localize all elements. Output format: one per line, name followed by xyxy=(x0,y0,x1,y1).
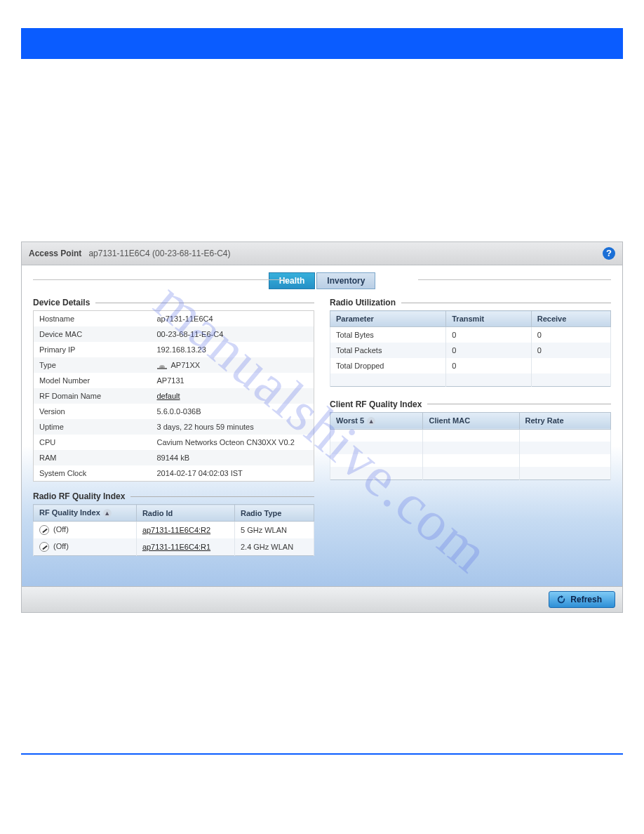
rf-status-cell: (Off) xyxy=(34,522,137,539)
refresh-button[interactable]: Refresh xyxy=(549,591,615,608)
table-row: TypeAP71XX xyxy=(34,357,314,373)
detail-value: 2014-02-17 04:02:03 IST xyxy=(152,465,314,482)
detail-key: System Clock xyxy=(34,465,152,482)
client-rf-title: Client RF Quality Index xyxy=(330,399,427,409)
table-row xyxy=(330,373,611,386)
client-rf-legend: Client RF Quality Index xyxy=(330,399,611,409)
radio-id-cell[interactable]: ap7131-11E6C4:R1 xyxy=(136,538,234,556)
panel-titlebar: Access Point ap7131-11E6C4 (00-23-68-11-… xyxy=(22,242,622,265)
tab-inventory[interactable]: Inventory xyxy=(316,272,375,289)
detail-key: Version xyxy=(34,404,152,419)
param-cell: Total Bytes xyxy=(330,327,446,343)
radio-util-table: Parameter Transmit Receive Total Bytes00… xyxy=(330,310,611,387)
detail-key: RF Domain Name xyxy=(34,388,152,404)
device-details-table: Hostnameap7131-11E6C4Device MAC00-23-68-… xyxy=(33,310,314,482)
param-cell: Total Dropped xyxy=(330,358,446,373)
table-row: Total Bytes00 xyxy=(330,327,611,343)
detail-key: RAM xyxy=(34,450,152,465)
table-row: Version5.6.0.0-036B xyxy=(34,404,314,419)
transmit-cell: 0 xyxy=(446,343,531,358)
radio-rf-title: Radio RF Quality Index xyxy=(33,491,130,501)
detail-value: 5.6.0.0-036B xyxy=(152,404,314,419)
transmit-cell: 0 xyxy=(446,358,531,373)
table-row: Uptime3 days, 22 hours 59 minutes xyxy=(34,419,314,435)
table-row: Model NumberAP7131 xyxy=(34,373,314,388)
table-row: Total Dropped0 xyxy=(330,358,611,373)
radio-util-title: Radio Utilization xyxy=(330,298,401,307)
table-row: RF Domain Namedefault xyxy=(34,388,314,404)
detail-key: CPU xyxy=(34,435,152,450)
col-client-mac[interactable]: Client MAC xyxy=(423,412,519,429)
refresh-label: Refresh xyxy=(570,595,602,604)
receive-cell xyxy=(531,358,610,373)
detail-key: Device MAC xyxy=(34,326,152,342)
help-icon[interactable]: ? xyxy=(603,247,615,260)
panel-title-label: Access Point xyxy=(29,249,81,258)
col-rf-quality[interactable]: RF Quality Index▲ xyxy=(34,505,137,522)
param-cell: Total Packets xyxy=(330,343,446,358)
col-radio-type[interactable]: Radio Type xyxy=(234,505,314,522)
radio-type-cell: 2.4 GHz WLAN xyxy=(234,538,314,556)
detail-value: 3 days, 22 hours 59 minutes xyxy=(152,419,314,435)
radio-id-cell[interactable]: ap7131-11E6C4:R2 xyxy=(136,522,234,539)
rf-status-cell: (Off) xyxy=(34,538,137,556)
table-row: Device MAC00-23-68-11-E6-C4 xyxy=(34,326,314,342)
footer-bar: Refresh xyxy=(22,586,622,612)
transmit-cell: 0 xyxy=(446,327,531,343)
detail-value: 00-23-68-11-E6-C4 xyxy=(152,326,314,342)
detail-value: 192.168.13.23 xyxy=(152,342,314,357)
table-row xyxy=(330,429,611,442)
right-column: Radio Utilization Parameter Transmit Rec… xyxy=(330,298,611,556)
detail-key: Model Number xyxy=(34,373,152,388)
client-rf-table: Worst 5▲ Client MAC Retry Rate xyxy=(330,412,611,480)
receive-cell: 0 xyxy=(531,343,610,358)
status-off-icon xyxy=(39,542,49,552)
refresh-icon xyxy=(556,595,566,604)
table-row: Total Packets00 xyxy=(330,343,611,358)
detail-key: Hostname xyxy=(34,311,152,327)
sort-asc-icon[interactable]: ▲ xyxy=(367,417,375,425)
table-row xyxy=(330,454,611,467)
panel-title-sub: ap7131-11E6C4 (00-23-68-11-E6-C4) xyxy=(88,249,230,258)
col-worst5[interactable]: Worst 5▲ xyxy=(330,412,423,429)
sort-asc-icon[interactable]: ▲ xyxy=(103,509,112,517)
detail-value: AP71XX xyxy=(152,357,314,373)
radio-util-legend: Radio Utilization xyxy=(330,298,611,307)
col-radio-id[interactable]: Radio Id xyxy=(136,505,234,522)
detail-key: Type xyxy=(34,357,152,373)
tabs: Health Inventory xyxy=(22,265,622,293)
col-retry-rate[interactable]: Retry Rate xyxy=(519,412,610,429)
left-column: Device Details Hostnameap7131-11E6C4Devi… xyxy=(33,298,314,556)
detail-value: AP7131 xyxy=(152,373,314,388)
radio-rf-table: RF Quality Index▲ Radio Id Radio Type (O… xyxy=(33,504,314,556)
page-footer-rule xyxy=(21,753,623,755)
table-row xyxy=(330,442,611,454)
table-row: RAM89144 kB xyxy=(34,450,314,465)
detail-key: Uptime xyxy=(34,419,152,435)
detail-value: ap7131-11E6C4 xyxy=(152,311,314,327)
table-row: (Off)ap7131-11E6C4:R25 GHz WLAN xyxy=(34,522,314,539)
table-row xyxy=(330,467,611,479)
radio-type-cell: 5 GHz WLAN xyxy=(234,522,314,539)
col-receive[interactable]: Receive xyxy=(531,311,610,327)
table-row: (Off)ap7131-11E6C4:R12.4 GHz WLAN xyxy=(34,538,314,556)
receive-cell: 0 xyxy=(531,327,610,343)
device-details-legend: Device Details xyxy=(33,298,314,307)
detail-value: Cavium Networks Octeon CN30XX V0.2 xyxy=(152,435,314,450)
detail-value[interactable]: default xyxy=(152,388,314,404)
table-row: Hostnameap7131-11E6C4 xyxy=(34,311,314,327)
radio-rf-legend: Radio RF Quality Index xyxy=(33,491,314,501)
device-details-title: Device Details xyxy=(33,298,95,307)
table-row: CPUCavium Networks Octeon CN30XX V0.2 xyxy=(34,435,314,450)
table-row: System Clock2014-02-17 04:02:03 IST xyxy=(34,465,314,482)
access-point-panel: manualshive.com Access Point ap7131-11E6… xyxy=(21,241,623,613)
status-off-icon xyxy=(39,525,49,535)
top-banner xyxy=(21,28,623,59)
detail-key: Primary IP xyxy=(34,342,152,357)
device-type-icon xyxy=(157,362,167,369)
tab-health[interactable]: Health xyxy=(269,272,316,289)
detail-value: 89144 kB xyxy=(152,450,314,465)
table-row: Primary IP192.168.13.23 xyxy=(34,342,314,357)
col-transmit[interactable]: Transmit xyxy=(446,311,531,327)
col-parameter[interactable]: Parameter xyxy=(330,311,446,327)
